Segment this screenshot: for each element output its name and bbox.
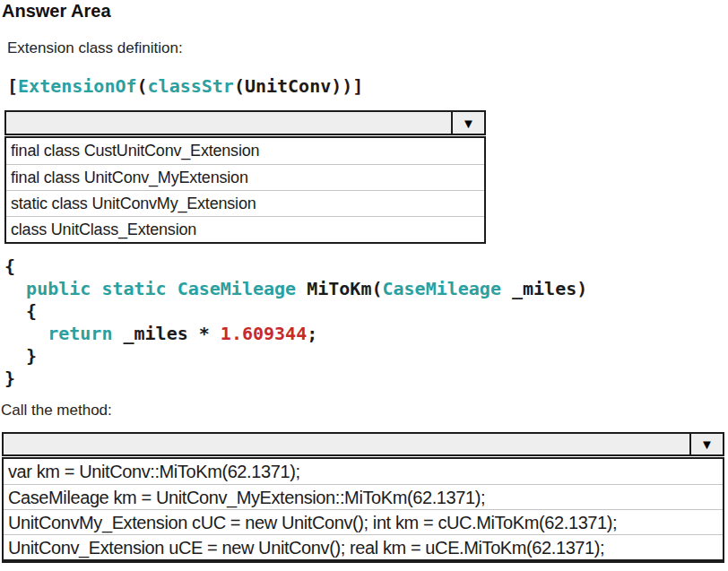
chevron-down-icon: ▼ <box>462 117 475 130</box>
extension-class-dropdown[interactable]: ▼ <box>4 110 486 135</box>
extension-class-dropdown-group: ▼ final class CustUnitConv_Extension fin… <box>4 110 486 244</box>
extension-option-3[interactable]: class UnitClass_Extension <box>6 216 484 242</box>
page-title: Answer Area <box>2 1 111 22</box>
extension-option-1[interactable]: final class UnitConv_MyExtension <box>6 164 484 190</box>
extension-attribute-code: [ExtensionOf(classStr(UnitConv))] <box>7 75 363 98</box>
chevron-down-icon: ▼ <box>700 437 714 451</box>
call-option-2[interactable]: UnitConvMy_Extension cUC = new UnitConv(… <box>4 509 723 534</box>
call-method-label: Call the method: <box>1 402 112 420</box>
call-option-3[interactable]: UnitConv_Extension uCE = new UnitConv();… <box>4 534 723 559</box>
extension-option-0[interactable]: final class CustUnitConv_Extension <box>6 138 484 164</box>
call-option-1[interactable]: CaseMileage km = UnitConv_MyExtension::M… <box>4 484 723 509</box>
call-option-0[interactable]: var km = UnitConv::MiToKm(62.1371); <box>4 459 723 484</box>
extension-class-options-list: final class CustUnitConv_Extension final… <box>4 136 486 244</box>
extension-dropdown-selected-value <box>6 112 451 134</box>
call-method-options-list: var km = UnitConv::MiToKm(62.1371); Case… <box>2 457 724 563</box>
extension-definition-label: Extension class definition: <box>7 39 183 57</box>
extension-option-2[interactable]: static class UnitConvMy_Extension <box>6 190 484 216</box>
call-dropdown-selected-value <box>4 434 689 454</box>
call-method-dropdown-group: ▼ var km = UnitConv::MiToKm(62.1371); Ca… <box>2 432 724 563</box>
extension-dropdown-button[interactable]: ▼ <box>451 112 484 134</box>
call-dropdown-button[interactable]: ▼ <box>689 434 723 454</box>
method-body-code: { public static CaseMileage MiToKm(CaseM… <box>4 255 587 390</box>
call-method-dropdown[interactable]: ▼ <box>2 432 724 456</box>
